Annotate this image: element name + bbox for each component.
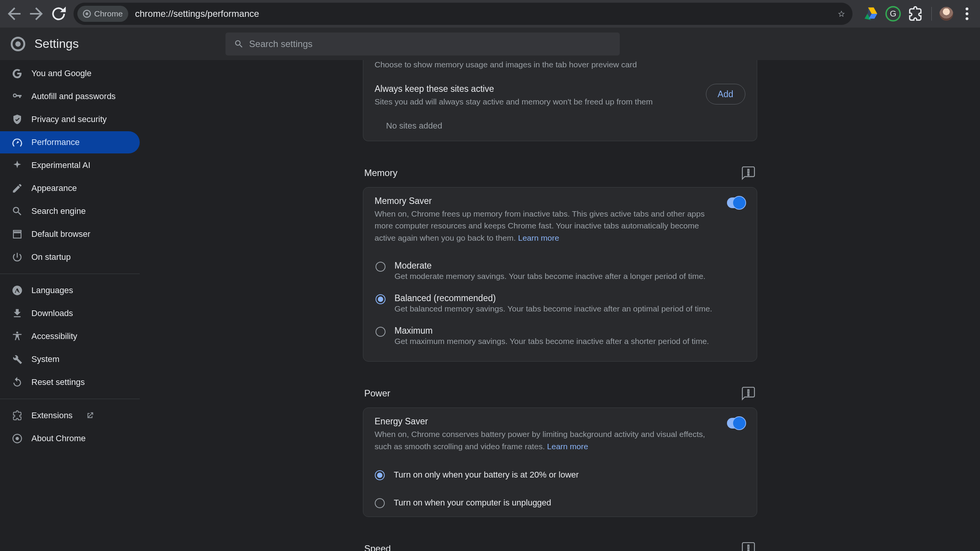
sidebar-item-label: Accessibility [31,331,77,341]
keep-active-title: Always keep these sites active [375,84,653,94]
radio-title: Maximum [395,326,709,336]
drive-icon[interactable] [862,5,879,22]
sidebar-item-exp-ai[interactable]: Experimental AI [0,154,140,176]
sidebar-item-label: Search engine [31,206,86,216]
sidebar-item-label: Performance [31,137,80,147]
sidebar-item-label: On startup [31,252,71,262]
tab-preview-desc: Choose to show memory usage and images i… [363,60,757,75]
svg-point-8 [16,437,19,440]
sidebar-item-label: Default browser [31,229,90,239]
sidebar-separator [0,399,140,399]
sidebar-item-default-browser[interactable]: Default browser [0,223,140,245]
reload-button[interactable] [49,4,68,23]
sidebar-separator [0,274,140,274]
memory-option-maximum[interactable]: Maximum Get maximum memory savings. Your… [375,320,745,352]
svg-point-5 [965,12,968,15]
memory-option-balanced[interactable]: Balanced (recommended) Get balanced memo… [375,287,745,320]
search-settings[interactable] [225,33,620,55]
key-icon [11,91,23,102]
power-icon [11,251,23,263]
wrench-icon [11,354,23,365]
power-card: Energy Saver When on, Chrome conserves b… [363,408,757,517]
search-icon [234,39,244,49]
site-chip-label: Chrome [94,9,123,18]
pen-icon [11,183,23,194]
svg-text:G: G [890,9,896,18]
sidebar-item-label: About Chrome [31,434,86,443]
search-icon [11,205,23,217]
sidebar-item-languages[interactable]: Languages [0,279,140,302]
radio-icon [376,294,385,304]
keep-active-desc: Sites you add will always stay active an… [375,96,653,108]
radio-desc: Get moderate memory savings. Your tabs b… [395,272,706,281]
radio-icon [376,262,385,272]
sidebar-item-performance[interactable]: Performance [0,131,140,153]
chrome-icon [83,10,91,18]
sidebar-item-label: Autofill and passwords [31,91,116,101]
sidebar-item-label: Appearance [31,183,77,193]
radio-icon [375,498,385,508]
memory-card: Memory Saver When on, Chrome frees up me… [363,187,757,362]
avatar[interactable] [939,7,953,21]
sidebar-item-label: You and Google [31,68,91,78]
add-button[interactable]: Add [706,84,745,104]
tab-preview-card: Choose to show memory usage and images i… [363,60,757,141]
sidebar-item-search-engine[interactable]: Search engine [0,200,140,222]
sidebar-item-label: Reset settings [31,377,85,387]
sidebar-item-about[interactable]: About Chrome [0,427,140,450]
sidebar-item-you-google[interactable]: You and Google [0,62,140,85]
shield-icon [11,114,23,125]
sidebar-item-autofill[interactable]: Autofill and passwords [0,85,140,108]
feedback-icon[interactable] [741,386,756,401]
sidebar-item-on-startup[interactable]: On startup [0,246,140,268]
bookmark-icon[interactable] [838,8,849,19]
energy-saver-toggle[interactable] [727,418,745,429]
learn-more-link[interactable]: Learn more [547,442,588,451]
search-input[interactable] [249,39,611,49]
radio-desc: Get maximum memory savings. Your tabs be… [395,337,709,346]
memory-saver-toggle[interactable] [727,197,745,208]
section-speed-heading: Speed [364,543,391,551]
download-icon [11,308,23,319]
sidebar-item-reset[interactable]: Reset settings [0,371,140,393]
speedometer-icon [11,137,23,148]
radio-label: Turn on only when your battery is at 20%… [394,470,579,480]
radio-desc: Get balanced memory savings. Your tabs b… [395,304,712,313]
sidebar-item-accessibility[interactable]: Accessibility [0,325,140,347]
power-option-battery-20[interactable]: Turn on only when your battery is at 20%… [363,461,757,489]
toolbar-divider [931,7,932,21]
reset-icon [11,377,23,388]
radio-title: Balanced (recommended) [395,293,712,303]
kebab-menu-icon[interactable] [959,5,975,22]
sidebar: You and Google Autofill and passwords Pr… [0,60,140,551]
sidebar-item-downloads[interactable]: Downloads [0,302,140,324]
extensions-icon[interactable] [907,5,924,22]
memory-option-moderate[interactable]: Moderate Get moderate memory savings. Yo… [375,254,745,287]
sidebar-item-extensions[interactable]: Extensions [0,404,140,427]
sidebar-item-privacy[interactable]: Privacy and security [0,108,140,130]
sidebar-item-appearance[interactable]: Appearance [0,177,140,199]
radio-icon [375,470,385,480]
puzzle-icon [11,410,23,421]
globe-icon [11,285,23,296]
learn-more-link[interactable]: Learn more [518,233,559,242]
sidebar-item-label: System [31,354,59,364]
feedback-icon[interactable] [741,166,756,180]
memory-saver-desc: When on, Chrome frees up memory from ina… [375,208,715,244]
omnibox[interactable]: Chrome chrome://settings/performance [74,3,853,25]
sidebar-item-system[interactable]: System [0,348,140,370]
feedback-icon[interactable] [741,541,756,551]
site-chip[interactable]: Chrome [77,6,128,22]
energy-saver-title: Energy Saver [375,416,715,427]
sidebar-item-label: Downloads [31,308,73,318]
forward-button[interactable] [27,4,46,23]
sidebar-item-label: Privacy and security [31,114,107,124]
sidebar-item-label: Experimental AI [31,160,90,170]
power-option-unplugged[interactable]: Turn on when your computer is unplugged [363,489,757,517]
sidebar-item-label: Extensions [31,411,73,421]
profile-g-icon[interactable]: G [885,5,902,22]
back-button[interactable] [5,4,24,23]
section-memory-heading: Memory [364,168,398,178]
chrome-icon [11,433,23,444]
memory-saver-title: Memory Saver [375,196,715,206]
